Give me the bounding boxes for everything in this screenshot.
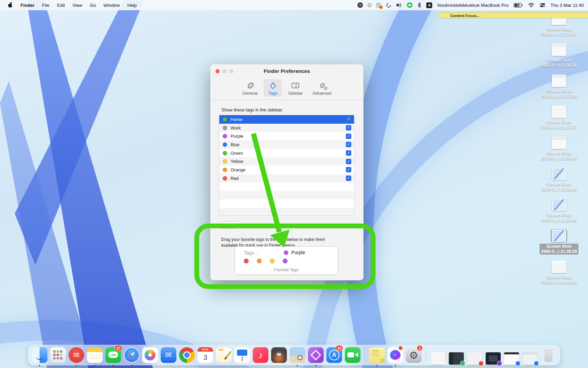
dock-gmail[interactable] (68, 346, 85, 365)
menu-help[interactable]: Help (123, 0, 141, 10)
battery-charging-icon[interactable] (514, 3, 523, 7)
dragged-tag[interactable]: Purple (284, 250, 305, 255)
tag-checkbox[interactable] (346, 134, 351, 139)
dock-chrome[interactable] (178, 346, 195, 365)
menu-file[interactable]: File (38, 0, 53, 10)
dock-calendar[interactable]: MAR 3 (197, 346, 214, 365)
tag-row[interactable]: Work (219, 124, 354, 132)
dock-music[interactable] (252, 346, 269, 365)
dock-facetime[interactable] (344, 346, 361, 365)
desktop-icon[interactable]: Screen Shot 2565-0...t 11.39.29 (533, 229, 585, 255)
tag-checkbox[interactable] (346, 125, 351, 131)
window-titlebar[interactable]: Finder Preferences (210, 64, 363, 78)
camo-icon[interactable] (386, 3, 391, 7)
tag-row[interactable]: Purple (219, 132, 354, 140)
dock-minimized-window[interactable] (503, 346, 520, 365)
tag-checkbox[interactable] (346, 167, 351, 172)
dock-keynote[interactable] (234, 346, 251, 365)
wifi-icon[interactable] (528, 3, 534, 7)
control-center-icon[interactable] (540, 3, 545, 7)
notification-banner[interactable]: Content Focus... (439, 12, 588, 18)
dock-text-editor[interactable] (215, 346, 232, 365)
dock-minimized-window[interactable] (448, 346, 465, 365)
desktop-icon[interactable]: Screen Shot 2565-0...t 11.38.29 (533, 167, 585, 193)
dock-photos[interactable] (142, 346, 159, 365)
dock-app-store[interactable]: 10 (326, 346, 343, 365)
desktop-icon[interactable]: Screen Shot 2565-0...t 11.39.24 (533, 198, 585, 224)
dock-trash[interactable] (540, 346, 557, 365)
favorite-tag-dot[interactable] (270, 259, 275, 263)
favorite-tags-area[interactable]: Tags... Purple Favorite Tags (235, 246, 338, 275)
menu-view[interactable]: View (69, 0, 86, 10)
zoom-button[interactable] (229, 69, 233, 73)
tag-checkbox[interactable] (346, 175, 351, 181)
favorite-tag-dot[interactable] (283, 259, 288, 263)
dock-mail[interactable] (160, 346, 177, 365)
tag-row[interactable]: Orange (219, 166, 354, 174)
dock-messenger[interactable] (387, 346, 404, 365)
file-thumbnail-icon (551, 229, 567, 242)
tab-advanced[interactable]: Advanced (309, 79, 335, 97)
tab-sidebar[interactable]: Sidebar (285, 79, 306, 97)
dock-minimized-window[interactable] (521, 346, 539, 365)
widgets-icon[interactable] (368, 4, 371, 7)
volume-icon[interactable] (396, 3, 402, 7)
dock-line[interactable]: 37 (105, 346, 122, 365)
desktop-icon[interactable]: Screen Shot 2565-0...t 11.40.08 (533, 260, 585, 286)
dock-minimized-window[interactable] (466, 346, 483, 365)
menu-apple[interactable] (4, 0, 17, 10)
tag-row[interactable]: Red (219, 174, 354, 183)
dock-minimized-window[interactable] (429, 346, 446, 365)
tag-checkbox[interactable] (346, 117, 351, 122)
dock-separator[interactable] (424, 346, 428, 365)
tag-row[interactable] (219, 208, 354, 216)
photos-alert-icon[interactable]: ! (376, 3, 381, 8)
remove-tag-button[interactable]: − (229, 222, 238, 228)
dock-minimized-window[interactable] (485, 346, 502, 365)
notification-badge: 10 (336, 345, 343, 351)
tag-row[interactable]: Yellow (219, 157, 354, 166)
tag-row[interactable] (219, 183, 354, 191)
desktop-icon[interactable]: Screen Shot 2565-0...t 11.37.20 (533, 74, 585, 99)
dock-system-preferences[interactable]: 1 (405, 346, 422, 365)
desktop-icon[interactable]: Screen Shot 2565-0...t 11.37.27 (533, 105, 585, 131)
minimize-button[interactable] (222, 69, 226, 73)
running-indicator (297, 365, 298, 366)
tag-row[interactable]: Green (219, 149, 354, 157)
desktop-icon[interactable]: Screen Shot 2565-0...t 11.36.56 (533, 43, 585, 68)
tag-row[interactable] (219, 199, 354, 208)
tag-row[interactable]: Blue (219, 140, 354, 149)
tag-row[interactable] (219, 191, 354, 199)
add-tag-button[interactable]: + (220, 222, 229, 228)
menu-edit[interactable]: Edit (53, 0, 69, 10)
dock-stickies[interactable] (368, 346, 385, 365)
close-button[interactable] (216, 69, 220, 73)
tab-tags[interactable]: Tags (264, 79, 282, 97)
menu-go[interactable]: Go (86, 0, 100, 10)
tag-checkbox[interactable] (346, 159, 351, 164)
creative-cloud-icon[interactable] (357, 2, 363, 8)
dock-photo-booth[interactable] (270, 346, 288, 365)
dock-separator[interactable] (363, 346, 367, 365)
bluetooth-icon[interactable] (417, 2, 421, 8)
dock-notes[interactable] (86, 346, 103, 365)
desktop-icon[interactable]: Screen Shot 2565-0...t 11.38.06 (533, 136, 585, 162)
app-icon (179, 347, 195, 363)
dock-preview[interactable] (289, 346, 306, 365)
menu-finder[interactable]: Finder (17, 0, 38, 10)
dock-launchpad[interactable] (49, 346, 67, 365)
tab-general[interactable]: General (239, 79, 261, 97)
menu-bar-clock[interactable]: Thu 3 Mar 11:40 (550, 3, 584, 8)
tag-checkbox[interactable] (346, 150, 351, 156)
tag-checkbox[interactable] (346, 142, 351, 147)
app-icon (216, 347, 232, 363)
favorite-tag-dot[interactable] (257, 259, 262, 263)
favorite-tag-dot[interactable] (244, 259, 249, 263)
dock-finder[interactable] (31, 346, 48, 365)
dock-affinity-photo[interactable] (307, 346, 324, 365)
tag-row[interactable]: Home (219, 115, 354, 124)
input-source-icon[interactable]: A (426, 2, 432, 8)
line-icon[interactable] (407, 2, 412, 8)
menu-window[interactable]: Window (100, 0, 123, 10)
dock-safari[interactable] (123, 346, 140, 365)
